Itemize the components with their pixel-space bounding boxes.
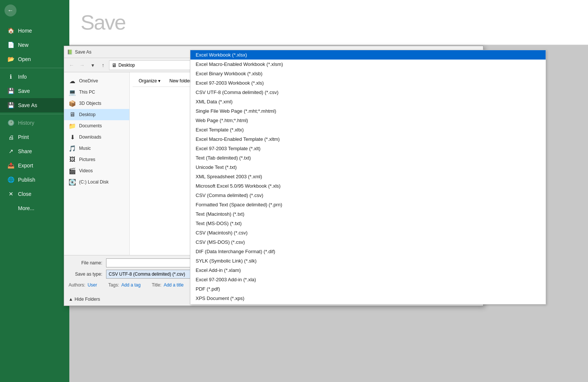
filetype-option-xlsm[interactable]: Excel Macro-Enabled Workbook (*.xlsm): [190, 60, 546, 69]
authors-field: Authors: User: [69, 282, 97, 288]
nav-item-music[interactable]: 🎵Music: [64, 143, 129, 154]
export-icon: 📤: [7, 162, 14, 169]
nav-label-documents: Documents: [79, 123, 102, 128]
filetype-option-xls5095[interactable]: Microsoft Excel 5.0/95 Workbook (*.xls): [190, 181, 546, 191]
backstage-item-history: 🕐History: [0, 116, 69, 130]
filetype-option-xltm[interactable]: Excel Macro-Enabled Template (*.xltm): [190, 134, 546, 144]
filetype-label: Save as type:: [69, 272, 106, 277]
dialog-title-text: Save As: [75, 49, 91, 55]
backstage-item-publish[interactable]: 🌐Publish: [0, 173, 69, 187]
more-icon: [7, 205, 14, 212]
tags-field: Tags: Add a tag: [108, 282, 141, 288]
folder-icon: 🖥: [112, 62, 117, 68]
separator-save-as: [0, 114, 69, 114]
nav-up-button[interactable]: ↑: [99, 61, 108, 70]
nav-item-desktop[interactable]: 🖥Desktop: [64, 109, 129, 120]
info-icon: ℹ: [7, 73, 14, 80]
filetype-option-csv-dos[interactable]: CSV (MS-DOS) (*.csv): [190, 237, 546, 247]
filetype-option-xlam[interactable]: Excel Add-in (*.xlam): [190, 266, 546, 275]
backstage-item-share[interactable]: ↗Share: [0, 144, 69, 158]
title-label: Title:: [152, 282, 162, 288]
filetype-option-csv[interactable]: CSV (Comma delimited) (*.csv): [190, 191, 546, 200]
backstage-item-new[interactable]: 📄New: [0, 38, 69, 52]
documents-nav-icon: 📁: [69, 122, 76, 130]
backstage-item-home[interactable]: 🏠Home: [0, 24, 69, 38]
filetype-option-xml2003[interactable]: XML Spreadsheet 2003 (*.xml): [190, 172, 546, 181]
nav-item-videos[interactable]: 🎬Videos: [64, 165, 129, 176]
music-nav-icon: 🎵: [69, 145, 76, 152]
3d-objects-nav-icon: 📦: [69, 100, 76, 107]
filetype-option-htm[interactable]: Web Page (*.htm;*.html): [190, 116, 546, 125]
filetype-option-mht[interactable]: Single File Web Page (*.mht;*.mhtml): [190, 106, 546, 116]
address-text: Desktop: [118, 63, 135, 68]
file-dialog: 📗 Save As ✕ ← → ▾ ↑ 🖥 Desktop 🔍 Search D…: [64, 46, 483, 306]
filetype-option-txt-unicode[interactable]: Unicode Text (*.txt): [190, 163, 546, 172]
backstage-item-save-as[interactable]: 💾Save As: [0, 98, 69, 112]
filetype-option-xlsb[interactable]: Excel Binary Workbook (*.xlsb): [190, 69, 546, 78]
backstage-label-more: More...: [18, 205, 34, 211]
nav-item-local-disk[interactable]: 💽(C:) Local Disk: [64, 176, 129, 188]
nav-dropdown-button[interactable]: ▾: [88, 61, 97, 70]
home-icon: 🏠: [7, 27, 14, 34]
hide-folders-label: Hide Folders: [75, 297, 100, 302]
downloads-nav-icon: ⬇: [69, 133, 76, 141]
filetype-option-xla[interactable]: Excel 97-2003 Add-in (*.xla): [190, 275, 546, 284]
nav-label-local-disk: (C:) Local Disk: [79, 179, 109, 185]
nav-item-3d-objects[interactable]: 📦3D Objects: [64, 98, 129, 109]
new-icon: 📄: [7, 42, 14, 48]
hide-folders-button[interactable]: ▲ Hide Folders: [69, 297, 100, 302]
backstage-item-more[interactable]: More...: [0, 201, 69, 215]
filename-label: File name:: [69, 260, 106, 266]
nav-label-videos: Videos: [79, 168, 93, 173]
hide-folders-icon: ▲: [69, 297, 73, 302]
nav-forward-button[interactable]: →: [78, 61, 87, 70]
nav-back-button[interactable]: ←: [67, 61, 76, 70]
nav-item-downloads[interactable]: ⬇Downloads: [64, 131, 129, 143]
backstage-label-history: History: [18, 120, 34, 126]
organize-button[interactable]: Organize ▾: [136, 77, 163, 85]
nav-item-this-pc[interactable]: 💻This PC: [64, 87, 129, 98]
filetype-option-xltx[interactable]: Excel Template (*.xltx): [190, 125, 546, 134]
nav-item-documents[interactable]: 📁Documents: [64, 120, 129, 131]
filetype-option-txt-dos[interactable]: Text (MS-DOS) (*.txt): [190, 219, 546, 228]
open-icon: 📂: [7, 56, 14, 63]
share-icon: ↗: [7, 148, 14, 155]
backstage-label-share: Share: [18, 148, 32, 154]
excel-title-area: Save: [69, 0, 588, 45]
nav-item-pictures[interactable]: 🖼Pictures: [64, 154, 129, 165]
backstage-item-close[interactable]: ✕Close: [0, 187, 69, 201]
filetype-option-xml[interactable]: XML Data (*.xml): [190, 97, 546, 106]
nav-item-onedrive[interactable]: ☁OneDrive: [64, 75, 129, 87]
filetype-option-xls97[interactable]: Excel 97-2003 Workbook (*.xls): [190, 78, 546, 88]
backstage-label-print: Print: [18, 134, 29, 140]
print-icon: 🖨: [7, 134, 14, 140]
filetype-option-xlsx[interactable]: Excel Workbook (*.xlsx): [190, 50, 546, 60]
filetype-option-xlt[interactable]: Excel 97-2003 Template (*.xlt): [190, 144, 546, 153]
filetype-option-slk[interactable]: SYLK (Symbolic Link) (*.slk): [190, 256, 546, 266]
filetype-dropdown: Excel Workbook (*.xlsx)Excel Macro-Enabl…: [190, 50, 546, 304]
filetype-option-csv-utf8[interactable]: CSV UTF-8 (Comma delimited) (*.csv): [190, 88, 546, 97]
save-as-heading: Save: [81, 10, 126, 34]
filetype-option-prn[interactable]: Formatted Text (Space delimited) (*.prn): [190, 200, 546, 209]
back-button[interactable]: ←: [4, 4, 16, 16]
backstage-item-save[interactable]: 💾Save: [0, 84, 69, 98]
filetype-option-txt-mac[interactable]: Text (Macintosh) (*.txt): [190, 209, 546, 219]
title-value[interactable]: Add a title: [164, 282, 184, 288]
nav-label-onedrive: OneDrive: [79, 78, 98, 84]
backstage-item-info[interactable]: ℹInfo: [0, 70, 69, 84]
filetype-option-strict-xlsx[interactable]: Strict Open XML Spreadsheet (*.xlsx): [190, 303, 546, 304]
authors-value[interactable]: User: [88, 282, 97, 288]
backstage-label-info: Info: [18, 74, 27, 80]
tags-value[interactable]: Add a tag: [121, 282, 141, 288]
desktop-nav-icon: 🖥: [69, 111, 76, 118]
filetype-option-xps[interactable]: XPS Document (*.xps): [190, 294, 546, 303]
nav-label-this-pc: This PC: [79, 90, 95, 95]
filetype-option-csv-mac[interactable]: CSV (Macintosh) (*.csv): [190, 228, 546, 237]
nav-label-music: Music: [79, 146, 91, 151]
backstage-item-open[interactable]: 📂Open: [0, 52, 69, 66]
filetype-option-dif[interactable]: DIF (Data Interchange Format) (*.dif): [190, 247, 546, 256]
filetype-option-txt-tab[interactable]: Text (Tab delimited) (*.txt): [190, 153, 546, 163]
backstage-item-print[interactable]: 🖨Print: [0, 130, 69, 144]
backstage-item-export[interactable]: 📤Export: [0, 158, 69, 173]
filetype-option-pdf[interactable]: PDF (*.pdf): [190, 284, 546, 294]
